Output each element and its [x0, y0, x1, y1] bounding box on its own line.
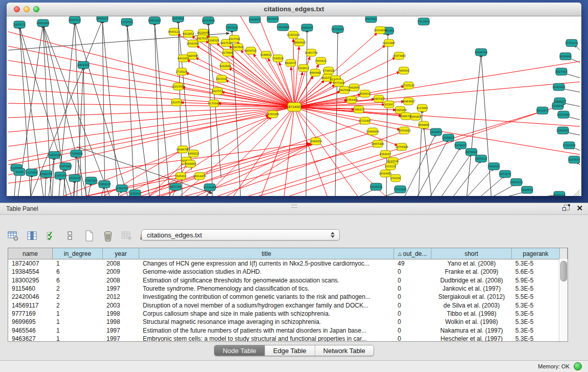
cell-short[interactable]: de Silva et al. (2003) [431, 302, 512, 309]
cell-name[interactable]: 22420046 [8, 293, 53, 300]
table-row[interactable]: 1456911722003Disruption of a novel membe… [8, 301, 568, 309]
table-row[interactable]: 946554611997Estimation of the future num… [8, 326, 568, 334]
cell-out_de[interactable]: 0 [394, 293, 431, 300]
network-canvas[interactable]: 2405572206914061693313896010311527901065… [8, 16, 580, 196]
cell-title[interactable]: Embryonic stem cells: a model to study s… [139, 335, 394, 342]
cell-pagerank[interactable]: 5.3E-5 [512, 327, 560, 334]
graph-edge[interactable] [467, 168, 494, 196]
cell-out_de[interactable]: 49 [394, 260, 431, 267]
cell-name[interactable]: 9777169 [8, 310, 53, 317]
graph-edge[interactable] [481, 54, 491, 196]
cell-year[interactable]: 2009 [103, 268, 139, 275]
cell-title[interactable]: Estimation of significance thresholds fo… [139, 277, 394, 284]
graph-edge[interactable] [294, 57, 310, 107]
graph-edge[interactable] [31, 174, 32, 196]
table-settings-icon[interactable] [7, 230, 19, 242]
cell-short[interactable]: Dudbridge et al. (2008) [431, 277, 512, 284]
cell-year[interactable]: 1997 [103, 327, 139, 334]
cell-short[interactable]: Stergiakouli et al. (2012) [431, 293, 512, 300]
resize-grip-icon[interactable] [578, 194, 580, 196]
cell-title[interactable]: Structural magnetic resonance image aver… [139, 318, 394, 325]
graph-edge[interactable] [441, 154, 471, 196]
table-row[interactable]: 1872400712008Changes of HCN gene express… [8, 259, 568, 268]
cell-in_degree[interactable]: 6 [53, 268, 103, 275]
cell-year[interactable]: 2003 [103, 302, 139, 309]
citation-network-graph[interactable]: 2405572206914061693313896010311527901065… [8, 16, 580, 196]
graph-edge[interactable] [279, 62, 294, 107]
cell-out_de[interactable]: 0 [394, 268, 431, 275]
select-rows-icon[interactable] [45, 230, 57, 242]
graph-edge[interactable] [102, 151, 181, 196]
float-panel-icon[interactable] [562, 204, 570, 212]
cell-short[interactable]: Hescheler et al. (1997) [431, 335, 512, 342]
column-header-pagerank[interactable]: pagerank [512, 248, 560, 259]
cell-out_de[interactable]: 0 [394, 285, 431, 292]
table-row[interactable]: 977716911998Corpus callosum shape and si… [8, 310, 568, 318]
scrollbar-thumb[interactable] [560, 261, 567, 281]
cell-short[interactable]: Franke et al. (2009) [431, 268, 512, 275]
column-header-out_de[interactable]: △out_de... [394, 248, 431, 259]
cell-short[interactable]: Yano et al. (2008) [431, 260, 512, 267]
graph-edge[interactable] [232, 29, 241, 196]
cell-in_degree[interactable]: 2 [53, 285, 103, 292]
graph-edge[interactable] [155, 22, 160, 196]
cell-title[interactable]: Investigating the contribution of common… [139, 293, 394, 300]
cell-name[interactable]: 19384554 [8, 268, 53, 275]
cell-in_degree[interactable]: 2 [53, 302, 103, 309]
cell-title[interactable]: Tourette syndrome. Phenomenology and cla… [139, 285, 394, 292]
cell-pagerank[interactable]: 5.3E-5 [512, 302, 560, 309]
table-row[interactable]: 969969511998Structural magnetic resonanc… [8, 318, 568, 326]
cell-short[interactable]: Jankovic et al. (1997) [431, 285, 512, 292]
resize-grip-icon[interactable] [576, 192, 580, 196]
table-row[interactable]: 1830029562008Estimation of significance … [8, 276, 568, 285]
cell-name[interactable]: 18724007 [8, 260, 53, 267]
cell-out_de[interactable]: 0 [394, 327, 431, 334]
table-row[interactable]: 911546021997Tourette syndrome. Phenomeno… [8, 285, 568, 293]
cell-pagerank[interactable]: 5.3E-5 [512, 310, 560, 317]
graph-edge[interactable] [45, 176, 46, 196]
cell-year[interactable]: 1998 [103, 310, 139, 317]
cell-name[interactable]: 18300295 [8, 277, 53, 284]
cell-title[interactable]: Genome-wide association studies in ADHD. [139, 268, 394, 275]
cell-name[interactable]: 9699695 [8, 318, 53, 325]
graph-edge[interactable] [453, 160, 481, 196]
column-header-title[interactable]: title [139, 248, 394, 259]
graph-edge[interactable] [430, 147, 461, 196]
cell-name[interactable]: 9463627 [8, 335, 53, 342]
window-titlebar[interactable]: citations_edges.txt [7, 3, 581, 16]
column-header-short[interactable]: short [431, 248, 512, 259]
cell-name[interactable]: 9115460 [8, 285, 53, 292]
cell-title[interactable]: Disruption of a novel member of a sodium… [139, 302, 394, 309]
graph-edge[interactable] [83, 67, 86, 196]
graph-edge[interactable] [417, 139, 448, 196]
cell-name[interactable]: 14569117 [8, 302, 53, 309]
graph-edge[interactable] [335, 31, 338, 196]
column-header-year[interactable]: year [103, 248, 139, 259]
tab-network-table[interactable]: Network Table [315, 345, 374, 356]
cell-year[interactable]: 1998 [103, 318, 139, 325]
graph-edge[interactable] [467, 54, 481, 196]
cell-year[interactable]: 2008 [103, 277, 139, 284]
graph-edge[interactable] [8, 115, 269, 165]
cell-year[interactable]: 1997 [103, 335, 139, 342]
cell-pagerank[interactable]: 5.5E-5 [512, 293, 560, 300]
cell-short[interactable]: Tibbo et al. (1998) [431, 310, 512, 317]
cell-pagerank[interactable]: 5.6E-5 [512, 268, 560, 275]
graph-edge[interactable] [8, 107, 294, 132]
graph-edge[interactable] [59, 177, 60, 196]
cell-out_de[interactable]: 0 [394, 277, 431, 284]
cell-out_de[interactable]: 0 [394, 310, 431, 317]
cell-in_degree[interactable]: 1 [53, 310, 103, 317]
cell-title[interactable]: Changes of HCN gene expression and I(f) … [139, 260, 394, 267]
cell-pagerank[interactable]: 5.3E-5 [512, 318, 560, 325]
cell-year[interactable]: 2012 [103, 293, 139, 300]
tab-edge-table[interactable]: Edge Table [265, 345, 315, 356]
cell-out_de[interactable]: 0 [394, 302, 431, 309]
cell-year[interactable]: 1997 [103, 285, 139, 292]
graph-edge[interactable] [75, 21, 128, 196]
column-header-name[interactable]: name [8, 248, 53, 259]
cell-name[interactable]: 9465546 [8, 327, 53, 334]
cell-in_degree[interactable]: 6 [53, 277, 103, 284]
graph-edge[interactable] [287, 112, 540, 196]
cell-pagerank[interactable]: 5.3E-5 [512, 335, 560, 342]
